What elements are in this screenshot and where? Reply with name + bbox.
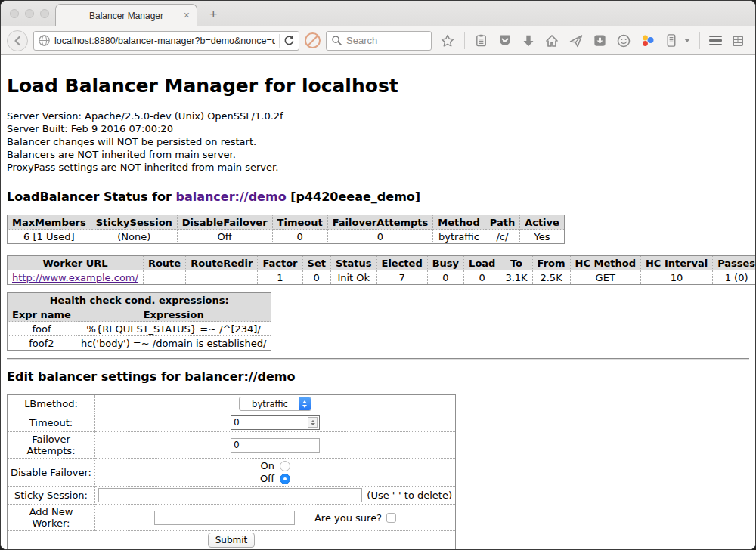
- table-row: foof %{REQUEST_STATUS} =~ /^[234]/: [8, 322, 271, 336]
- lbmethod-selected-value: bytraffic: [240, 399, 299, 409]
- worker-url-link[interactable]: http://www.example.com/: [12, 272, 138, 283]
- form-row-lbmethod: LBmethod: bytraffic: [8, 395, 456, 413]
- container-extension-icon[interactable]: [665, 33, 678, 48]
- sticky-session-input[interactable]: [98, 488, 362, 502]
- toolbar-separator: [464, 32, 465, 49]
- col-disablefailover: DisableFailover: [177, 215, 272, 230]
- navigation-toolbar: localhost:8880/balancer-manager?b=demo&n…: [1, 26, 755, 55]
- status-heading-suffix: [p4420eeae_demo]: [287, 190, 421, 204]
- page-title: Load Balancer Manager for localhost: [7, 75, 749, 97]
- search-bar[interactable]: Search: [326, 31, 432, 51]
- are-you-sure-label: Are you sure?: [314, 512, 382, 524]
- persist-note: Balancer changes will NOT be persisted o…: [7, 135, 749, 148]
- table-row: foof2 hc('body') =~ /domain is establish…: [8, 336, 271, 351]
- disable-failover-label: Disable Failover:: [8, 459, 95, 487]
- bookmarks-sidebar-icon[interactable]: [474, 33, 488, 48]
- server-info: Server Version: Apache/2.5.0-dev (Unix) …: [7, 110, 749, 174]
- number-spinner-icon[interactable]: [308, 417, 318, 428]
- tab-close-icon[interactable]: ×: [184, 9, 190, 21]
- table-header-row: MaxMembers StickySession DisableFailover…: [8, 215, 565, 230]
- col-stickysession: StickySession: [91, 215, 177, 230]
- form-row-sticky: Sticky Session: (Use '-' to delete): [8, 487, 456, 505]
- edit-settings-heading: Edit balancer settings for balancer://de…: [7, 369, 749, 384]
- tab-title: Balancer Manager: [89, 11, 163, 21]
- status-heading-prefix: LoadBalancer Status for: [7, 190, 175, 204]
- are-you-sure-checkbox[interactable]: [386, 513, 396, 523]
- lbmethod-label: LBmethod:: [8, 395, 95, 413]
- search-icon: [331, 35, 342, 46]
- close-window-icon[interactable]: [10, 9, 19, 18]
- radio-off[interactable]: [280, 474, 290, 484]
- back-button[interactable]: [7, 30, 28, 51]
- status-heading: LoadBalancer Status for balancer://demo …: [7, 190, 749, 204]
- bookmark-star-icon[interactable]: [440, 33, 455, 48]
- col-method: Method: [433, 215, 485, 230]
- server-built: Server Built: Feb 9 2016 07:00:20: [7, 122, 749, 135]
- page-content: Load Balancer Manager for localhost Serv…: [1, 55, 755, 549]
- proxypass-note: ProxyPass settings are NOT inherited fro…: [7, 161, 749, 174]
- timeout-input[interactable]: [231, 415, 320, 430]
- titlebar: Balancer Manager × +: [1, 1, 755, 26]
- form-row-failover: Failover Attempts:: [8, 432, 456, 459]
- balancer-settings-form: LBmethod: bytraffic Timeout:: [7, 394, 456, 549]
- section-divider: [7, 358, 749, 360]
- lbmethod-select[interactable]: bytraffic: [239, 397, 311, 411]
- menu-hamburger-icon[interactable]: [709, 36, 722, 46]
- table-row: 6 [1 Used] (None) Off 0 0 bytraffic /c/ …: [8, 230, 565, 244]
- browser-window: Balancer Manager × + localhost:8880/bala…: [0, 0, 756, 550]
- reload-icon[interactable]: [284, 35, 295, 46]
- server-version: Server Version: Apache/2.5.0-dev (Unix) …: [7, 110, 749, 122]
- col-active: Active: [520, 215, 565, 230]
- save-page-icon[interactable]: [593, 33, 607, 48]
- url-text[interactable]: localhost:8880/balancer-manager?b=demo&n…: [54, 36, 275, 46]
- failover-attempts-input[interactable]: [231, 438, 320, 453]
- worker-table: Worker URL Route RouteRedir Factor Set S…: [7, 255, 755, 285]
- radio-on[interactable]: [280, 461, 290, 471]
- pocket-icon[interactable]: [497, 33, 513, 48]
- health-table-title: Health check cond. expressions:: [8, 293, 271, 307]
- globe-icon: [38, 34, 51, 47]
- col-expr-name: Expr name: [8, 307, 76, 322]
- toolbar-separator: [699, 32, 700, 49]
- table-header-row: Expr name Expression: [8, 307, 271, 322]
- inherit-note: Balancers are NOT inherited from main se…: [7, 148, 749, 161]
- downloads-icon[interactable]: [522, 34, 535, 48]
- home-icon[interactable]: [544, 33, 559, 48]
- failover-attempts-label: Failover Attempts:: [8, 432, 95, 459]
- col-maxmembers: MaxMembers: [8, 215, 91, 230]
- urlbar-divider: [279, 34, 280, 48]
- back-arrow-icon: [11, 35, 23, 47]
- col-path: Path: [485, 215, 519, 230]
- feedback-smiley-icon[interactable]: [616, 33, 631, 48]
- browser-tab[interactable]: Balancer Manager ×: [55, 4, 197, 26]
- health-check-table: Health check cond. expressions: Expr nam…: [7, 292, 271, 351]
- sticky-session-label: Sticky Session:: [8, 487, 95, 505]
- add-worker-label: Add New Worker:: [8, 505, 95, 531]
- search-placeholder: Search: [346, 35, 377, 46]
- content-blocked-icon[interactable]: [305, 32, 321, 48]
- add-worker-input[interactable]: [154, 511, 295, 525]
- col-timeout: Timeout: [272, 215, 327, 230]
- form-row-add-worker: Add New Worker: Are you sure?: [8, 505, 456, 531]
- radio-off-label: Off: [260, 473, 274, 484]
- timeout-field[interactable]: [231, 417, 308, 428]
- balancer-link[interactable]: balancer://demo: [175, 190, 286, 204]
- new-tab-button[interactable]: +: [209, 7, 218, 23]
- table-title-row: Health check cond. expressions:: [8, 293, 271, 307]
- grid-extension-icon[interactable]: [731, 34, 745, 48]
- form-row-submit: Submit: [8, 531, 456, 550]
- send-tab-icon[interactable]: [569, 33, 584, 48]
- radio-on-label: On: [260, 460, 274, 471]
- colored-dots-extension-icon[interactable]: [640, 33, 655, 48]
- col-expression: Expression: [76, 307, 271, 322]
- zoom-window-icon[interactable]: [40, 9, 49, 18]
- chevron-down-icon[interactable]: [684, 39, 690, 42]
- toolbar-icon-row: [440, 32, 745, 49]
- traffic-lights[interactable]: [10, 9, 49, 18]
- minimize-window-icon[interactable]: [25, 9, 34, 18]
- submit-button[interactable]: Submit: [208, 533, 256, 548]
- url-bar[interactable]: localhost:8880/balancer-manager?b=demo&n…: [33, 31, 299, 51]
- timeout-label: Timeout:: [8, 413, 95, 432]
- sticky-session-note: (Use '-' to delete): [367, 490, 452, 501]
- balancer-status-table: MaxMembers StickySession DisableFailover…: [7, 215, 565, 244]
